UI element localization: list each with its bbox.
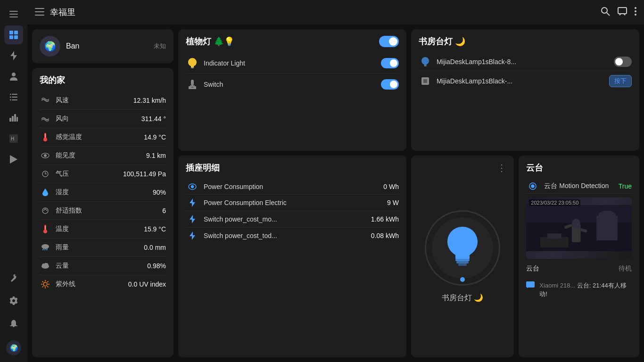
lamp-device-icon-1 [419, 57, 432, 66]
weather-row-pressure: 气压 100,511.49 Pa [40, 165, 166, 183]
user-card: 🌍 Ban 未知 [32, 29, 173, 63]
svg-point-65 [191, 186, 194, 188]
svg-point-8 [12, 73, 16, 76]
plant-light-toggle[interactable] [379, 36, 399, 47]
svg-rect-70 [456, 261, 469, 263]
svg-point-48 [43, 282, 47, 286]
more-icon[interactable] [635, 7, 636, 18]
message-icon[interactable] [618, 7, 627, 18]
sidebar-item-avatar[interactable]: 🌍 [4, 338, 23, 357]
user-name: Ban [66, 42, 148, 50]
weather-row-feels-like: 感觉温度 14.9 °C [40, 128, 166, 147]
svg-line-53 [42, 281, 43, 282]
indicator-light-switch[interactable] [381, 58, 399, 68]
sidebar-item-person[interactable] [4, 67, 23, 86]
switch-toggle[interactable] [381, 79, 399, 90]
rain-value: 0.0 mm [144, 244, 166, 251]
svg-line-56 [47, 281, 48, 282]
svg-rect-3 [9, 31, 13, 34]
home-title: 我的家 [40, 74, 166, 86]
svg-rect-16 [12, 116, 14, 122]
sidebar-item-list[interactable] [4, 88, 23, 107]
plant-light-title: 植物灯 🌲💡 [186, 36, 234, 47]
temp-value: 15.9 °C [144, 225, 166, 233]
yuntan-footer-status: 待机 [619, 264, 632, 273]
lamp-big-panel: ⋮ [411, 156, 514, 357]
sidebar-item-gear[interactable] [4, 291, 23, 310]
sidebar-item-menu[interactable] [4, 5, 23, 24]
svg-point-73 [531, 185, 534, 188]
weather-row-wind-dir: 风向 311.44 ° [40, 110, 166, 128]
comfort-label: 舒适指数 [56, 206, 162, 215]
svg-rect-10 [12, 97, 17, 98]
yuntan-footer-label: 云台 [526, 264, 539, 273]
wind-speed-icon [40, 95, 51, 106]
main-area: 幸福里 [27, 0, 644, 362]
right-panels: 植物灯 🌲💡 Indicator Light [178, 29, 639, 357]
power-consumption-label: Power Consumption [204, 183, 383, 190]
svg-rect-15 [9, 118, 11, 122]
switch-cost-tod-label: Switch power_cost_tod... [204, 232, 371, 239]
uv-icon [40, 279, 51, 290]
sidebar-item-bolt[interactable] [4, 46, 23, 65]
weather-row-temp: 温度 15.9 °C [40, 220, 166, 239]
sidebar-item-chart[interactable] [4, 108, 23, 127]
lamp-device-row-1: MijiaDeskLamp1sBlack-8... [419, 53, 632, 71]
svg-rect-24 [35, 15, 44, 16]
lamp-device-toggle-1[interactable] [614, 57, 632, 67]
sidebar-item-play[interactable] [4, 150, 23, 169]
temp-label: 温度 [56, 225, 144, 233]
search-icon[interactable] [601, 7, 610, 18]
feels-like-label: 感觉温度 [56, 133, 144, 141]
yuntan-camera: 2023/03/22 23:05:50 [526, 197, 632, 259]
camera-timestamp: 2023/03/22 23:05:50 [529, 199, 580, 206]
sidebar-item-hack[interactable]: H [4, 129, 23, 148]
lamp-device-label-1: MijiaDeskLamp1sBlack-8... [437, 58, 614, 66]
humidity-label: 湿度 [56, 188, 153, 197]
weather-row-cloud: 云量 0.98% [40, 257, 166, 275]
weather-row-wind-speed: 风速 12.31 km/h [40, 91, 166, 110]
socket-detail-title: 插座明细 [186, 162, 220, 173]
svg-marker-67 [190, 215, 195, 223]
cloud-icon [40, 260, 51, 272]
svg-rect-9 [12, 94, 17, 95]
humidity-value: 90% [153, 189, 166, 196]
sidebar-item-grid[interactable] [4, 25, 23, 44]
lamp-device-btn-2[interactable]: 按下 [609, 75, 632, 87]
cloud-value: 0.98% [147, 262, 166, 270]
lamp-more-icon[interactable]: ⋮ [497, 162, 506, 173]
wind-dir-value: 311.44 ° [141, 115, 166, 123]
power-electric-icon [186, 198, 199, 207]
feels-like-value: 14.9 °C [144, 133, 166, 141]
topbar-menu-icon[interactable] [35, 7, 44, 18]
topbar: 幸福里 [27, 0, 644, 25]
user-status: 未知 [154, 42, 166, 50]
wind-dir-label: 风向 [56, 115, 141, 123]
socket-detail-panel: 插座明细 Power Consumption 0 Wh [178, 156, 406, 357]
plant-light-panel: 植物灯 🌲💡 Indicator Light [178, 29, 406, 151]
plant-light-header: 植物灯 🌲💡 [186, 36, 399, 47]
sidebar-item-bell[interactable] [4, 314, 23, 333]
svg-line-26 [607, 13, 610, 16]
svg-point-35 [44, 154, 47, 157]
switch-icon [186, 78, 199, 91]
svg-rect-27 [618, 8, 627, 14]
pressure-icon [40, 168, 51, 180]
svg-point-30 [635, 14, 636, 16]
weather-row-comfort: 舒适指数 6 [40, 202, 166, 220]
lamp-circle-inner [432, 217, 493, 279]
svg-rect-63 [423, 79, 427, 83]
switch-row: Switch [186, 74, 399, 95]
svg-point-79 [598, 211, 616, 221]
svg-point-81 [572, 219, 580, 229]
svg-rect-23 [35, 11, 44, 12]
wind-dir-icon [40, 113, 51, 124]
bottom-right-section: ⋮ [411, 156, 639, 357]
svg-rect-18 [17, 117, 18, 122]
svg-point-28 [635, 7, 636, 9]
yuntan-header: 云台 [526, 162, 632, 173]
power-consumption-value: 0 Wh [383, 183, 399, 190]
yuntan-footer: 云台 待机 [526, 263, 632, 275]
svg-rect-5 [9, 35, 13, 39]
sidebar-item-wrench[interactable] [4, 269, 23, 288]
